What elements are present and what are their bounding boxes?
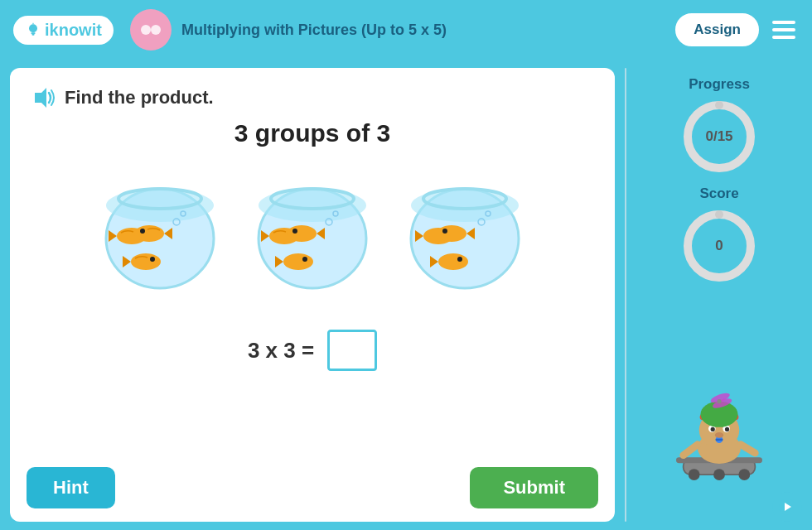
equation-area: 3 x 3 = — [30, 330, 595, 371]
logo-bulb-icon — [25, 22, 41, 38]
progress-value: 0/15 — [705, 128, 732, 145]
question-panel: Find the product. 3 groups of 3 — [10, 68, 615, 522]
hint-button[interactable]: Hint — [27, 467, 115, 508]
groups-text: 3 groups of 3 — [30, 119, 595, 147]
hamburger-menu-button[interactable] — [769, 17, 799, 42]
next-arrow[interactable] — [772, 492, 802, 522]
mascot-character — [665, 373, 773, 480]
lesson-title: Multiplying with Pictures (Up to 5 x 5) — [181, 22, 665, 39]
header: iknowit Multiplying with Pictures (Up to… — [0, 0, 812, 60]
svg-point-32 — [283, 253, 313, 270]
equation-text: 3 x 3 = — [248, 338, 314, 364]
arrow-right-icon — [779, 499, 795, 515]
score-value: 0 — [715, 238, 723, 254]
svg-point-57 — [738, 469, 750, 480]
score-circle: 0 — [682, 209, 756, 283]
svg-point-17 — [140, 229, 145, 234]
svg-point-0 — [29, 24, 37, 32]
hamburger-line — [772, 28, 795, 31]
svg-point-73 — [717, 399, 721, 403]
svg-point-20 — [150, 257, 155, 262]
progress-box: Progress 0/15 — [682, 76, 756, 174]
svg-rect-1 — [31, 32, 36, 34]
progress-label: Progress — [689, 76, 750, 93]
dots-icon — [138, 22, 163, 38]
svg-point-74 — [715, 432, 723, 438]
answer-input[interactable] — [327, 330, 377, 371]
svg-point-4 — [141, 25, 151, 35]
svg-point-65 — [725, 427, 729, 431]
svg-point-48 — [457, 257, 462, 262]
svg-line-60 — [741, 445, 755, 453]
svg-point-55 — [689, 469, 700, 480]
svg-rect-2 — [31, 34, 34, 36]
svg-point-18 — [131, 253, 161, 270]
score-label: Score — [699, 186, 738, 202]
hamburger-line — [772, 36, 795, 39]
svg-marker-6 — [35, 88, 46, 108]
logo-text: iknowit — [45, 21, 102, 40]
fish-bowl-1 — [94, 164, 226, 296]
assign-button[interactable]: Assign — [675, 13, 759, 46]
sound-icon[interactable] — [30, 84, 56, 111]
mascot-area — [665, 303, 773, 480]
svg-point-5 — [151, 25, 161, 35]
lesson-icon — [130, 9, 172, 51]
svg-line-59 — [684, 445, 698, 455]
logo: iknowit — [13, 16, 114, 45]
svg-rect-67 — [716, 439, 723, 441]
svg-point-64 — [711, 427, 715, 431]
sidebar: Progress 0/15 Score 0 — [636, 68, 802, 522]
instruction-text: Find the product. — [65, 87, 214, 108]
svg-point-56 — [713, 469, 725, 480]
fish-bowl-3 — [399, 164, 531, 296]
progress-circle: 0/15 — [682, 99, 756, 174]
hamburger-line — [772, 21, 795, 24]
svg-point-31 — [292, 229, 297, 234]
svg-point-46 — [438, 253, 468, 270]
panel-divider — [625, 68, 626, 522]
question-header: Find the product. — [30, 84, 595, 111]
svg-point-45 — [442, 229, 447, 234]
submit-button[interactable]: Submit — [470, 467, 598, 508]
score-box: Score 0 — [682, 186, 756, 283]
svg-point-15 — [134, 225, 164, 242]
bottom-buttons: Hint Submit — [27, 467, 598, 508]
fish-bowls-container — [30, 164, 595, 296]
fish-bowl-2 — [246, 164, 379, 296]
svg-point-29 — [287, 225, 317, 242]
svg-point-34 — [302, 257, 307, 262]
svg-point-43 — [437, 225, 466, 242]
main-area: Find the product. 3 groups of 3 — [0, 60, 812, 530]
